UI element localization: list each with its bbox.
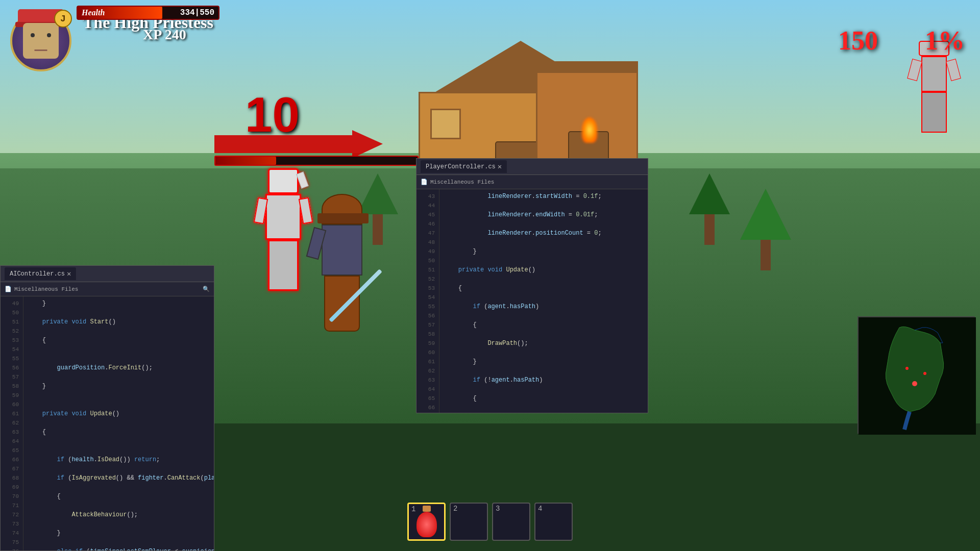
editor-player-tab[interactable]: PlayerController.cs ✕ bbox=[421, 160, 507, 173]
hotbar-slot-3[interactable]: 3 bbox=[492, 503, 530, 541]
editor-ai-file-context: Miscellaneous Files bbox=[14, 286, 78, 292]
tree-1 bbox=[357, 173, 398, 245]
health-bar: Health 334|550 bbox=[77, 6, 219, 20]
minimap-svg bbox=[859, 317, 976, 435]
torch-fire bbox=[582, 117, 597, 143]
barn-window bbox=[430, 109, 461, 139]
tree-3 bbox=[740, 189, 791, 270]
editor-player-toolbar: 📄 Miscellaneous Files bbox=[416, 175, 648, 189]
svg-marker-0 bbox=[214, 130, 383, 158]
slot-number-1: 1 bbox=[411, 505, 415, 513]
ai-controller-editor[interactable]: AIController.cs ✕ 📄 Miscellaneous Files … bbox=[0, 265, 214, 551]
xp-display: XP 240 bbox=[143, 27, 219, 43]
editor-player-tab-label: PlayerController.cs bbox=[426, 163, 496, 170]
editor-ai-body[interactable]: 4950515253 5455565758 5960616263 6465666… bbox=[1, 296, 214, 550]
editor-player-title-bar: PlayerController.cs ✕ bbox=[416, 159, 648, 175]
enemy-health-bar bbox=[214, 156, 419, 166]
editor-ai-tab-label: AIController.cs bbox=[10, 270, 65, 278]
svg-point-3 bbox=[923, 372, 926, 375]
tree-2 bbox=[689, 173, 730, 245]
enemy-hud-value-1: 150 bbox=[838, 26, 878, 56]
code-content-player[interactable]: lineRenderer.startWidth = 0.1f; lineRend… bbox=[439, 189, 648, 413]
file-icon: 📄 bbox=[5, 286, 12, 292]
editor-ai-close-button[interactable]: ✕ bbox=[67, 269, 71, 278]
slot-number-4: 4 bbox=[538, 505, 542, 513]
editor-player-body[interactable]: 4344454647 4849505152 5354555657 5859606… bbox=[416, 189, 648, 413]
slot-number-3: 3 bbox=[496, 505, 500, 513]
enemy-combat-character bbox=[265, 168, 301, 291]
player-controller-editor[interactable]: PlayerController.cs ✕ 📄 Miscellaneous Fi… bbox=[416, 158, 648, 413]
minimap bbox=[857, 316, 975, 434]
torch-left bbox=[582, 117, 592, 148]
player-hud: J The High Priestess Health 334|550 XP 2… bbox=[10, 10, 219, 71]
line-numbers-player: 4344454647 4849505152 5354555657 5859606… bbox=[416, 189, 439, 413]
slot-number-2: 2 bbox=[453, 505, 457, 513]
player-avatar: J bbox=[10, 10, 71, 71]
hotbar-slot-4[interactable]: 4 bbox=[534, 503, 573, 541]
editor-player-close-button[interactable]: ✕ bbox=[498, 162, 502, 171]
file-icon-2: 📄 bbox=[421, 179, 428, 185]
editor-ai-tab[interactable]: AIController.cs ✕ bbox=[5, 267, 76, 280]
hotbar-slot-1[interactable]: 1 bbox=[407, 503, 446, 541]
code-content-ai[interactable]: } private void Start() { guardPosition.F… bbox=[23, 296, 214, 550]
search-icon[interactable]: 🔍 bbox=[203, 286, 210, 292]
enemy-hud-value-2: 1% bbox=[925, 26, 965, 56]
svg-point-2 bbox=[912, 381, 917, 386]
hotbar-slot-2[interactable]: 2 bbox=[450, 503, 488, 541]
health-label: Health bbox=[82, 8, 105, 17]
editor-ai-title-bar: AIController.cs ✕ bbox=[1, 266, 214, 282]
potion-item bbox=[416, 507, 437, 537]
level-badge: J bbox=[54, 10, 72, 28]
editor-ai-toolbar: 📄 Miscellaneous Files 🔍 bbox=[1, 282, 214, 296]
line-numbers-ai: 4950515253 5455565758 5960616263 6465666… bbox=[1, 296, 23, 550]
editor-player-file-context: Miscellaneous Files bbox=[430, 179, 494, 185]
svg-point-4 bbox=[905, 367, 909, 370]
health-value: 334|550 bbox=[180, 8, 214, 17]
hotbar: 1 2 3 4 bbox=[407, 503, 573, 541]
player-combat-character bbox=[322, 194, 362, 332]
